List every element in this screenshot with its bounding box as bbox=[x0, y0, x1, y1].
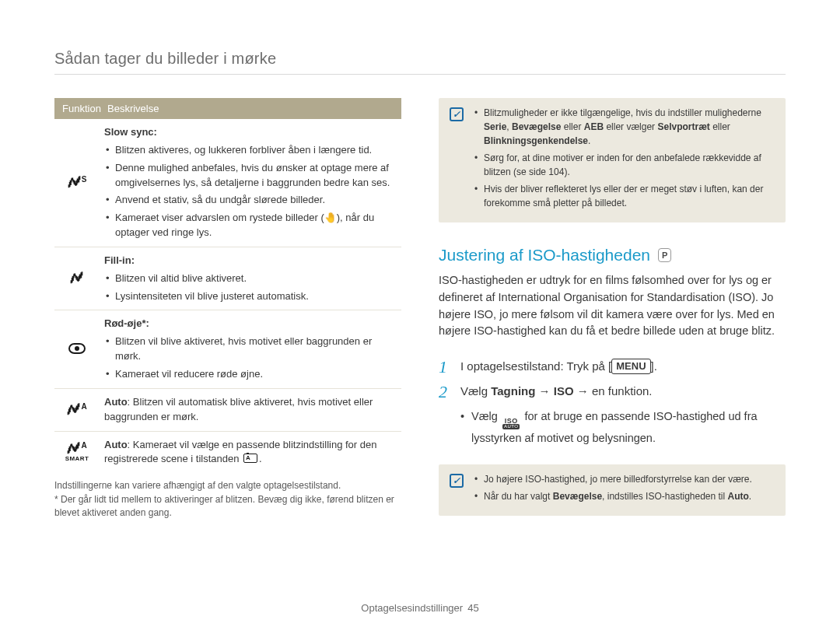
row-desc-auto2: : Kameraet vil vælge en passende blitzin… bbox=[104, 439, 376, 465]
red-eye-icon bbox=[54, 310, 100, 388]
info-icon: ✓ bbox=[450, 107, 464, 121]
section-heading-iso: Justering af ISO-hastigheden P bbox=[439, 246, 786, 264]
note-box-1: ✓ Blitzmuligheder er ikke tilgængelige, … bbox=[439, 98, 786, 222]
flash-slow-sync-icon: 🗲S bbox=[54, 119, 100, 247]
footnotes: Indstillingerne kan variere afhængigt af… bbox=[54, 479, 401, 520]
bullet-text: Kameraet viser advarslen om rystede bill… bbox=[104, 211, 397, 240]
bullet-text: Blitzen aktiveres, og lukkeren forbliver… bbox=[104, 143, 397, 158]
note-bullet: Hvis der bliver reflekteret lys eller de… bbox=[474, 182, 775, 210]
note-bullet: Jo højere ISO-hastighed, jo mere billedf… bbox=[474, 472, 752, 486]
info-icon: ✓ bbox=[450, 474, 464, 488]
note-box-2: ✓ Jo højere ISO-hastighed, jo mere bille… bbox=[439, 464, 786, 516]
bullet-text: Lysintensiteten vil blive justeret autom… bbox=[104, 289, 397, 304]
row-desc-auto1: : Blitzen vil automatisk blive aktiveret… bbox=[104, 396, 373, 422]
step-sub-bullet: Vælg ISOAUTO for at bruge en passende IS… bbox=[460, 408, 786, 447]
mode-badge-p: P bbox=[658, 248, 671, 261]
iso-auto-icon: ISOAUTO bbox=[502, 419, 520, 429]
step-number: 1 bbox=[439, 357, 460, 377]
bullet-text: Denne mulighed anbefales, hvis du ønsker… bbox=[104, 161, 397, 191]
step-1: 1 I optagelsestilstand: Tryk på [MENU]. bbox=[439, 357, 786, 377]
step-2: 2 Vælg Tagning → ISO → en funktion. bbox=[439, 382, 786, 402]
row-title-slow-sync: Slow sync: bbox=[104, 126, 157, 138]
row-title-fill-in: Fill-in: bbox=[104, 254, 135, 266]
step-number: 2 bbox=[439, 382, 460, 402]
row-prefix-auto1: Auto bbox=[104, 396, 128, 408]
flash-auto-icon: 🗲A bbox=[54, 388, 100, 431]
th-beskrivelse: Beskrivelse bbox=[100, 98, 401, 119]
bullet-text: Anvend et stativ, så du undgår slørede b… bbox=[104, 193, 397, 208]
right-column: ✓ Blitzmuligheder er ikke tilgængelige, … bbox=[439, 98, 786, 520]
page-footer: Optagelsesindstillinger45 bbox=[0, 602, 840, 614]
bullet-text: Kameraet vil reducere røde øjne. bbox=[104, 367, 397, 382]
left-column: Funktion Beskrivelse 🗲S Slow sync: Bli bbox=[54, 98, 401, 520]
intro-paragraph: ISO-hastigheden er udtryk for en films f… bbox=[439, 272, 786, 340]
row-prefix-auto2: Auto bbox=[104, 439, 128, 450]
note-bullet: Sørg for, at dine motiver er inden for d… bbox=[474, 151, 775, 179]
row-title-red-eye: Rød-øje*: bbox=[104, 317, 149, 329]
flash-options-table: Funktion Beskrivelse 🗲S Slow sync: Bli bbox=[54, 98, 401, 473]
bullet-text: Blitzen vil altid blive aktiveret. bbox=[104, 271, 397, 286]
th-funktion: Funktion bbox=[54, 98, 100, 119]
bullet-text: Blitzen vil blive aktiveret, hvis motive… bbox=[104, 335, 397, 364]
menu-button-label: MENU bbox=[611, 359, 650, 374]
note-bullet: Når du har valgt Bevægelse, indstilles I… bbox=[474, 489, 752, 503]
note-bullet: Blitzmuligheder er ikke tilgængelige, hv… bbox=[474, 106, 775, 148]
scene-mode-icon bbox=[243, 454, 257, 463]
page-title: Sådan tager du billeder i mørke bbox=[54, 50, 786, 75]
flash-auto-smart-icon: 🗲ASMART bbox=[54, 431, 100, 473]
flash-fill-icon: 🗲 bbox=[54, 247, 100, 310]
